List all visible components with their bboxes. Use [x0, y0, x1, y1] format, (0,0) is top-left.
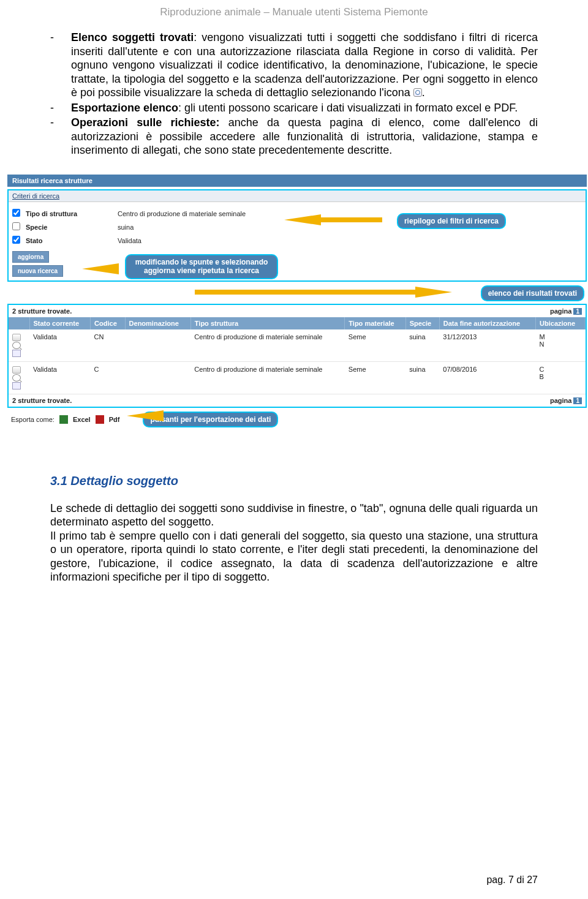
cell-stato: Validata	[29, 361, 91, 394]
col-tipo-materiale: Tipo materiale	[345, 317, 405, 329]
results-count-bar: 2 strutture trovate. pagina 1	[9, 305, 586, 317]
results-box: 2 strutture trovate. pagina 1 Stato corr…	[7, 304, 587, 408]
pagination: pagina 1	[550, 307, 582, 315]
callout-riepilogo: riepilogo dei filtri di ricerca	[397, 213, 506, 229]
cell-denom	[125, 329, 190, 362]
arrow-left-icon	[284, 214, 321, 225]
aggiorna-button[interactable]: aggiorna	[12, 251, 49, 263]
row-actions	[9, 329, 29, 362]
table-row: Validata CN Centro di produzione di mate…	[9, 329, 586, 362]
export-pdf-link[interactable]: Pdf	[109, 416, 120, 423]
col-specie: Specie	[405, 317, 439, 329]
cell-tipo-strut: Centro di produzione di materiale semina…	[190, 361, 344, 394]
header-title: Riproduzione animale – Manuale utenti Si…	[160, 6, 428, 18]
arrow-right-icon	[415, 287, 452, 298]
bullet1-lead: Elenco soggetti trovati	[71, 31, 194, 43]
callout-modificando: modificando le spunte e selezionando agg…	[125, 254, 278, 279]
arrow-stem	[195, 290, 415, 295]
criteria-box: Criteri di ricerca Tipo di struttura Cen…	[7, 189, 587, 282]
attachment-icon[interactable]	[12, 366, 21, 374]
col-denominazione: Denominazione	[125, 317, 190, 329]
bullet-list: - Elenco soggetti trovati: vengono visua…	[50, 31, 538, 157]
pagination: pagina 1	[550, 397, 582, 404]
col-stato: Stato corrente	[29, 317, 91, 329]
cell-codice: C	[91, 361, 126, 394]
magnifier-icon[interactable]	[12, 374, 21, 382]
dash-icon: -	[50, 101, 71, 115]
arrow-stem	[321, 217, 382, 222]
page-footer: pag. 7 di 27	[486, 875, 538, 886]
magnifier-icon	[413, 88, 422, 97]
dash-icon: -	[50, 31, 71, 100]
excel-icon[interactable]	[59, 415, 68, 424]
dash-icon: -	[50, 116, 71, 157]
criteria-checkbox-stato[interactable]	[12, 236, 20, 244]
cell-data-fine: 31/12/2013	[439, 329, 535, 362]
bullet-item-2: - Esportazione elenco: gli utenti posson…	[50, 101, 538, 115]
arrow-left-icon	[82, 263, 119, 274]
section-paragraph: Le schede di dettaglio dei soggetti sono…	[50, 502, 538, 584]
col-data-fine: Data fine autorizzazione	[439, 317, 535, 329]
criteria-label: Tipo di struttura	[26, 210, 118, 217]
cell-tipo-mat: Seme	[345, 329, 405, 362]
bullet3-lead: Operazioni sulle richieste:	[71, 116, 219, 129]
cell-specie: suina	[405, 361, 439, 394]
attachment-icon[interactable]	[12, 334, 21, 341]
bullet2-lead: Esportazione elenco	[71, 102, 178, 114]
export-label: Esporta come:	[11, 416, 55, 423]
criteria-checkbox-specie[interactable]	[12, 222, 20, 230]
embedded-screenshot: Risultati ricerca strutture Criteri di r…	[7, 175, 587, 431]
export-row: Esporta come: Excel Pdf pulsanti per l'e…	[7, 408, 587, 431]
cell-denom	[125, 361, 190, 394]
results-count-text: 2 strutture trovate.	[12, 397, 72, 404]
page-number-badge[interactable]: 1	[573, 397, 582, 404]
cell-stato: Validata	[29, 329, 91, 362]
bullet-item-3: - Operazioni sulle richieste: anche da q…	[50, 116, 538, 157]
criteria-value: Centro di produzione di materiale semina…	[118, 210, 246, 217]
cell-tipo-strut: Centro di produzione di materiale semina…	[190, 329, 344, 362]
page-number-badge[interactable]: 1	[573, 308, 582, 315]
magnifier-icon[interactable]	[12, 342, 21, 349]
cell-codice: CN	[91, 329, 126, 362]
print-icon[interactable]	[12, 350, 21, 357]
criteria-value: Validata	[118, 237, 141, 244]
col-ubicazione: Ubicazione	[536, 317, 586, 329]
cell-specie: suina	[405, 329, 439, 362]
table-header-row: Stato corrente Codice Denominazione Tipo…	[9, 317, 586, 329]
cell-tipo-mat: Seme	[345, 361, 405, 394]
results-table: Stato corrente Codice Denominazione Tipo…	[9, 317, 586, 394]
cell-ubic: C B	[536, 361, 586, 394]
criteria-row: Stato Validata	[12, 234, 582, 247]
criteria-label: Specie	[26, 224, 118, 231]
pdf-icon[interactable]	[96, 415, 104, 424]
bullet2-rest: : gli utenti possono scaricare i dati vi…	[178, 102, 518, 114]
cell-ubic: M N	[536, 329, 586, 362]
section-heading: 3.1 Dettaglio soggetto	[50, 474, 538, 488]
export-excel-link[interactable]: Excel	[73, 416, 91, 423]
nuova-ricerca-button[interactable]: nuova ricerca	[12, 265, 63, 277]
bullet-item-1: - Elenco soggetti trovati: vengono visua…	[50, 31, 538, 100]
results-titlebar: Risultati ricerca strutture	[7, 175, 587, 187]
cell-data-fine: 07/08/2016	[439, 361, 535, 394]
results-count-text: 2 strutture trovate.	[12, 307, 72, 315]
results-count-bar-bottom: 2 strutture trovate. pagina 1	[9, 394, 586, 407]
table-row: Validata C Centro di produzione di mater…	[9, 361, 586, 394]
print-icon[interactable]	[12, 382, 21, 389]
criteria-checkbox-tipo[interactable]	[12, 209, 20, 217]
criteria-header: Criteri di ricerca	[9, 190, 586, 202]
criteria-value: suina	[118, 224, 134, 231]
callout-elenco: elenco dei risultati trovati	[481, 285, 584, 301]
page-header: Riproduzione animale – Manuale utenti Si…	[0, 0, 588, 31]
col-codice: Codice	[91, 317, 126, 329]
row-actions	[9, 361, 29, 394]
criteria-label: Stato	[26, 237, 118, 244]
col-actions	[9, 317, 29, 329]
col-tipo-struttura: Tipo struttura	[190, 317, 344, 329]
arrow-left-icon	[127, 410, 164, 421]
